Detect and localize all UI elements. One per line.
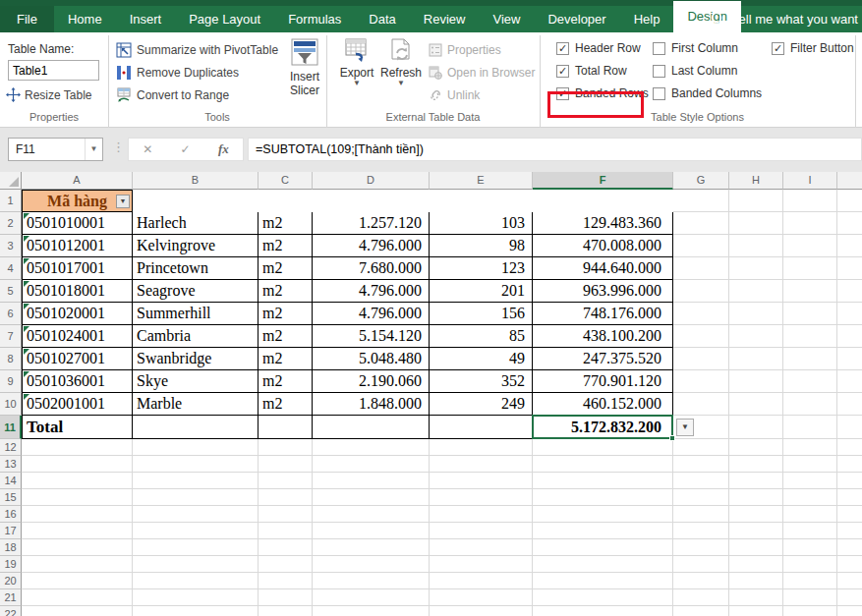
cell-g15[interactable] — [673, 489, 729, 506]
tab-insert[interactable]: Insert — [116, 6, 176, 32]
row-header-4[interactable]: 4 — [0, 257, 22, 280]
cell-g8[interactable] — [673, 348, 729, 370]
cell-j3[interactable] — [837, 235, 862, 257]
cell-f19[interactable] — [533, 556, 673, 573]
last-column-checkbox[interactable]: Last Column — [653, 64, 737, 78]
cell-j2[interactable] — [837, 212, 862, 235]
cell-i14[interactable] — [783, 473, 837, 489]
cell-c13[interactable] — [259, 456, 313, 473]
table-cell-b9[interactable]: Skye — [133, 370, 259, 393]
cell-c18[interactable] — [259, 539, 313, 556]
row-header-9[interactable]: 9 — [0, 370, 22, 393]
cell-j9[interactable] — [837, 370, 862, 393]
column-header-i[interactable]: I — [783, 172, 837, 190]
cell-f21[interactable] — [533, 589, 673, 606]
table-cell-a2[interactable]: 0501010001 — [22, 212, 133, 235]
cell-e17[interactable] — [430, 523, 533, 539]
table-cell-b2[interactable]: Harlech — [133, 212, 259, 235]
cell-f17[interactable] — [533, 523, 673, 539]
banded-columns-checkbox-box[interactable] — [653, 87, 665, 100]
row-header-2[interactable]: 2 — [0, 212, 22, 235]
table-cell-a10[interactable]: 0502001001 — [22, 393, 133, 416]
cell-j19[interactable] — [837, 556, 862, 573]
table-cell-b6[interactable]: Summerhill — [133, 303, 259, 325]
cell-a19[interactable] — [22, 556, 133, 573]
cell-i5[interactable] — [783, 280, 837, 303]
cell-b13[interactable] — [133, 456, 259, 473]
table-cell-d7[interactable]: 5.154.120 — [313, 325, 430, 348]
cell-b17[interactable] — [133, 523, 259, 539]
cell-j14[interactable] — [837, 473, 862, 489]
insert-slicer-button[interactable]: Insert Slicer — [281, 37, 328, 97]
cell-i12[interactable] — [783, 439, 837, 456]
cell-j12[interactable] — [837, 439, 862, 456]
cell-g21[interactable] — [673, 589, 729, 606]
table-cell-b5[interactable]: Seagrove — [133, 280, 259, 303]
cell-e16[interactable] — [430, 506, 533, 523]
table-cell-d2[interactable]: 1.257.120 — [313, 212, 430, 235]
total-row-empty-cell[interactable] — [430, 416, 533, 439]
table-cell-c2[interactable]: m2 — [259, 212, 313, 235]
name-box-dropdown-icon[interactable]: ▼ — [85, 139, 102, 160]
table-cell-b3[interactable]: Kelvingrove — [133, 235, 259, 257]
cell-j7[interactable] — [837, 325, 862, 348]
row-header-14[interactable]: 14 — [0, 473, 22, 489]
cell-d12[interactable] — [313, 439, 430, 456]
cell-a13[interactable] — [22, 456, 133, 473]
remove-duplicates-button[interactable]: Remove Duplicates — [116, 65, 239, 81]
cell-c17[interactable] — [259, 523, 313, 539]
table-cell-a8[interactable]: 0501027001 — [22, 348, 133, 370]
cell-h11[interactable] — [729, 416, 783, 439]
cell-f15[interactable] — [533, 489, 673, 506]
cell-g1[interactable] — [673, 190, 729, 212]
fill-handle[interactable] — [669, 435, 675, 441]
cell-j13[interactable] — [837, 456, 862, 473]
row-header-15[interactable]: 15 — [0, 489, 22, 506]
cell-b12[interactable] — [133, 439, 259, 456]
table-cell-f2[interactable]: 129.483.360 — [533, 212, 673, 235]
table-cell-d10[interactable]: 1.848.000 — [313, 393, 430, 416]
cell-i2[interactable] — [783, 212, 837, 235]
cell-b18[interactable] — [133, 539, 259, 556]
export-button[interactable]: Export ▼ — [335, 37, 378, 87]
cell-e14[interactable] — [430, 473, 533, 489]
cell-c15[interactable] — [259, 489, 313, 506]
cell-i15[interactable] — [783, 489, 837, 506]
row-header-21[interactable]: 21 — [0, 589, 22, 606]
row-header-7[interactable]: 7 — [0, 325, 22, 348]
table-cell-a7[interactable]: 0501024001 — [22, 325, 133, 348]
cell-i18[interactable] — [783, 539, 837, 556]
cell-h22[interactable] — [729, 606, 783, 616]
cell-e15[interactable] — [430, 489, 533, 506]
table-header-m-h-ng[interactable]: Mã hàng▼ — [22, 190, 133, 212]
cell-e18[interactable] — [430, 539, 533, 556]
row-header-16[interactable]: 16 — [0, 506, 22, 523]
cell-c16[interactable] — [259, 506, 313, 523]
table-cell-e8[interactable]: 49 — [430, 348, 533, 370]
tab-view[interactable]: View — [479, 6, 534, 32]
cell-d19[interactable] — [313, 556, 430, 573]
total-row-checkbox[interactable]: ✓Total Row — [556, 64, 627, 78]
column-header-j[interactable]: J — [837, 172, 862, 190]
table-cell-e5[interactable]: 201 — [430, 280, 533, 303]
cell-g3[interactable] — [673, 235, 729, 257]
table-cell-f9[interactable]: 770.901.120 — [533, 370, 673, 393]
row-header-5[interactable]: 5 — [0, 280, 22, 303]
first-column-checkbox-box[interactable] — [653, 42, 665, 55]
resize-table-button[interactable]: Resize Table — [6, 87, 91, 102]
table-cell-c6[interactable]: m2 — [259, 303, 313, 325]
cell-j5[interactable] — [837, 280, 862, 303]
cell-g5[interactable] — [673, 280, 729, 303]
table-cell-e3[interactable]: 98 — [430, 235, 533, 257]
cell-g12[interactable] — [673, 439, 729, 456]
total-row-empty-cell[interactable] — [313, 416, 430, 439]
total-row-value-cell[interactable]: 5.172.832.200 — [533, 416, 673, 439]
cell-b21[interactable] — [133, 589, 259, 606]
cell-b16[interactable] — [133, 506, 259, 523]
cell-g17[interactable] — [673, 523, 729, 539]
table-cell-e2[interactable]: 103 — [430, 212, 533, 235]
cell-g22[interactable] — [673, 606, 729, 616]
cell-h6[interactable] — [729, 303, 783, 325]
table-cell-f5[interactable]: 963.996.000 — [533, 280, 673, 303]
cell-d13[interactable] — [313, 456, 430, 473]
